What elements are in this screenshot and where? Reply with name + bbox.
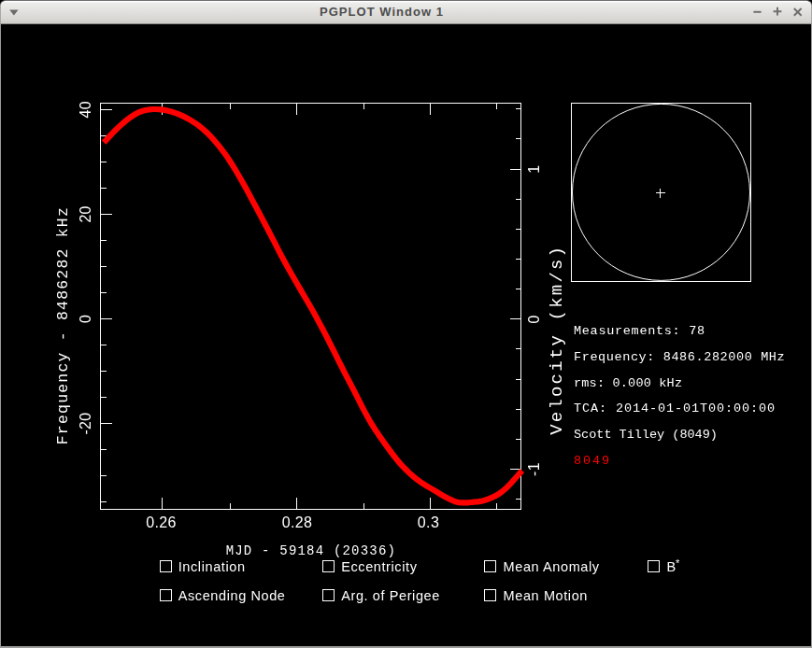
svg-text:*: * xyxy=(676,557,680,569)
svg-text:Mean Motion: Mean Motion xyxy=(504,588,588,603)
svg-text:TCA: 2014-01-01T00:00:00: TCA: 2014-01-01T00:00:00 xyxy=(574,401,776,416)
svg-text:rms: 0.000 kHz: rms: 0.000 kHz xyxy=(574,376,682,390)
svg-text:20: 20 xyxy=(78,205,93,222)
svg-text:Inclination: Inclination xyxy=(178,559,246,574)
svg-text:-1: -1 xyxy=(526,462,542,476)
svg-text:8049: 8049 xyxy=(574,454,611,468)
svg-text:Frequency - 8486282 kHz: Frequency - 8486282 kHz xyxy=(54,206,72,444)
svg-text:MJD - 59184 (20336): MJD - 59184 (20336) xyxy=(226,543,396,558)
svg-text:Ascending Node: Ascending Node xyxy=(178,588,286,603)
svg-text:0.26: 0.26 xyxy=(146,514,177,530)
svg-text:0: 0 xyxy=(526,315,542,323)
svg-text:Mean Anomaly: Mean Anomaly xyxy=(504,559,600,574)
svg-text:Frequency: 8486.282000 MHz: Frequency: 8486.282000 MHz xyxy=(574,350,785,364)
svg-text:-20: -20 xyxy=(78,413,93,435)
svg-text:Measurements: 78: Measurements: 78 xyxy=(574,324,705,338)
svg-text:Arg. of Perigee: Arg. of Perigee xyxy=(341,588,440,603)
svg-text:0.28: 0.28 xyxy=(282,514,313,530)
svg-text:40: 40 xyxy=(78,101,93,118)
svg-text:Eccentricity: Eccentricity xyxy=(341,559,417,574)
svg-text:1: 1 xyxy=(526,164,542,173)
svg-text:0.3: 0.3 xyxy=(418,514,439,530)
svg-text:0: 0 xyxy=(78,315,93,323)
svg-text:Scott Tilley (8049): Scott Tilley (8049) xyxy=(574,428,718,442)
svg-text:Velocity (km/s): Velocity (km/s) xyxy=(548,245,568,435)
